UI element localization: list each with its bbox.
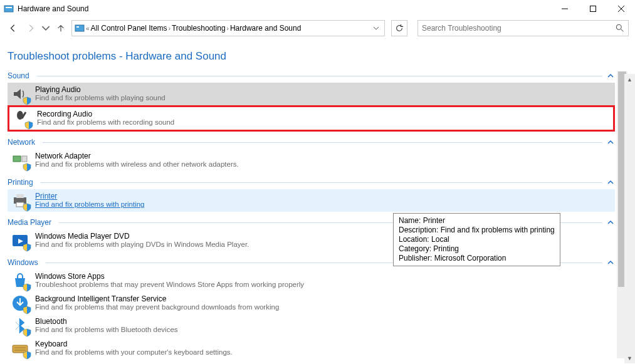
item-desc: Find and fix problems with printing xyxy=(35,200,145,208)
tooltip-line: Description: Find and fix problems with … xyxy=(399,226,555,235)
svg-point-8 xyxy=(616,24,621,29)
breadcrumb-item[interactable]: Troubleshooting xyxy=(172,24,226,33)
tooltip: Name: Printer Description: Find and fix … xyxy=(393,213,560,266)
content-area: Troubleshoot problems - Hardware and Sou… xyxy=(0,50,635,363)
section-header-sound[interactable]: Sound xyxy=(8,71,615,80)
collapse-icon[interactable] xyxy=(606,138,615,147)
search-icon xyxy=(616,24,624,33)
search-input[interactable] xyxy=(422,24,616,33)
troubleshooter-keyboard[interactable]: Keyboard Find and fix problems with your… xyxy=(8,337,615,360)
tooltip-line: Name: Printer xyxy=(399,216,555,226)
item-name: Keyboard xyxy=(35,340,233,348)
section-header-network[interactable]: Network xyxy=(8,138,615,147)
svg-rect-1 xyxy=(6,7,12,8)
bluetooth-icon xyxy=(11,317,29,335)
control-panel-icon xyxy=(4,4,14,14)
tooltip-line: Publisher: Microsoft Corporation xyxy=(399,254,555,263)
breadcrumb[interactable]: « All Control Panel Items › Troubleshoot… xyxy=(71,20,385,36)
microphone-icon xyxy=(13,110,31,127)
section-header-printing[interactable]: Printing xyxy=(8,178,615,187)
svg-rect-13 xyxy=(22,156,27,162)
svg-rect-15 xyxy=(16,194,24,198)
scroll-down-icon[interactable]: ▼ xyxy=(624,353,635,363)
item-desc: Find and fix problems with recording sou… xyxy=(37,118,174,126)
window-title: Hardware and Sound xyxy=(18,4,550,13)
forward-button[interactable] xyxy=(24,21,38,35)
item-name: Bluetooth xyxy=(35,317,178,326)
item-desc: Troubleshoot problems that may prevent W… xyxy=(35,281,304,288)
network-adapter-icon xyxy=(11,152,29,169)
item-name: Network Adapter xyxy=(35,152,239,160)
troubleshooter-bits[interactable]: Background Intelligent Transfer Service … xyxy=(8,292,615,315)
svg-rect-7 xyxy=(76,26,79,28)
item-name: Recording Audio xyxy=(37,110,174,118)
speaker-icon xyxy=(11,85,29,103)
titlebar: Hardware and Sound xyxy=(0,0,635,18)
breadcrumb-item[interactable]: Hardware and Sound xyxy=(230,24,301,33)
item-desc: Find and fix problems with your computer… xyxy=(35,348,233,356)
breadcrumb-item[interactable]: All Control Panel Items xyxy=(91,24,167,33)
section-label: Media Player xyxy=(8,218,51,227)
search-box[interactable] xyxy=(417,20,629,36)
item-name: Playing Audio xyxy=(35,85,165,94)
troubleshooter-playing-audio[interactable]: Playing Audio Find and fix problems with… xyxy=(8,83,615,105)
item-name: Windows Media Player DVD xyxy=(35,232,249,241)
collapse-icon[interactable] xyxy=(606,71,615,80)
navbar: « All Control Panel Items › Troubleshoot… xyxy=(0,18,635,39)
item-desc: Find and fix problems with playing DVDs … xyxy=(35,241,249,248)
section-label: Printing xyxy=(8,178,33,187)
printer-icon xyxy=(11,192,29,209)
item-desc: Find and fix problems with wireless and … xyxy=(35,160,239,168)
section-label: Windows xyxy=(8,258,38,267)
troubleshooter-printer[interactable]: Printer Find and fix problems with print… xyxy=(8,189,615,212)
troubleshooter-bluetooth[interactable]: Bluetooth Find and fix problems with Blu… xyxy=(8,315,615,337)
collapse-icon[interactable] xyxy=(606,218,615,227)
troubleshooter-recording-audio[interactable]: Recording Audio Find and fix problems wi… xyxy=(8,105,615,132)
section-label: Network xyxy=(8,138,35,147)
item-desc: Find and fix problems with playing sound xyxy=(35,94,165,101)
recent-locations-button[interactable] xyxy=(41,21,50,35)
item-desc: Find and fix problems with Bluetooth dev… xyxy=(35,326,178,333)
section-network: Network Network Adapter Find and fix pro… xyxy=(8,138,615,172)
collapse-icon[interactable] xyxy=(606,258,615,267)
svg-rect-0 xyxy=(4,6,13,12)
svg-rect-3 xyxy=(590,6,596,12)
download-icon xyxy=(11,294,29,312)
wmp-icon xyxy=(11,232,29,249)
tooltip-line: Location: Local xyxy=(399,235,555,244)
troubleshooter-store-apps[interactable]: Windows Store Apps Troubleshoot problems… xyxy=(8,269,615,292)
scroll-up-icon[interactable]: ▲ xyxy=(624,74,635,85)
section-windows: Windows Windows Store Apps Troubleshoot … xyxy=(8,258,615,360)
item-name: Printer xyxy=(35,192,145,200)
refresh-button[interactable] xyxy=(391,20,407,36)
item-desc: Find and fix problems that may prevent b… xyxy=(35,303,279,311)
collapse-icon[interactable] xyxy=(606,178,615,187)
troubleshooter-network-adapter[interactable]: Network Adapter Find and fix problems wi… xyxy=(8,149,615,172)
breadcrumb-dropdown[interactable] xyxy=(370,21,382,36)
outer-scrollbar[interactable]: ▲ ▼ xyxy=(624,74,635,363)
svg-rect-12 xyxy=(13,156,21,162)
close-button[interactable] xyxy=(607,0,635,18)
control-panel-small-icon xyxy=(75,23,85,33)
back-button[interactable] xyxy=(6,21,20,35)
svg-line-9 xyxy=(621,29,624,32)
item-name: Windows Store Apps xyxy=(35,272,304,281)
section-sound: Sound Playing Audio Find and fix problem… xyxy=(8,71,615,132)
maximize-button[interactable] xyxy=(579,0,607,18)
keyboard-icon xyxy=(11,340,29,357)
section-printing: Printing Printer Find and fix problems w… xyxy=(8,178,615,212)
section-label: Sound xyxy=(8,71,29,80)
store-icon xyxy=(11,272,29,289)
up-button[interactable] xyxy=(54,21,68,35)
minimize-button[interactable] xyxy=(550,0,579,18)
item-name: Background Intelligent Transfer Service xyxy=(35,294,279,303)
tooltip-line: Category: Printing xyxy=(399,244,555,254)
svg-rect-6 xyxy=(75,25,84,31)
page-title: Troubleshoot problems - Hardware and Sou… xyxy=(8,50,627,63)
